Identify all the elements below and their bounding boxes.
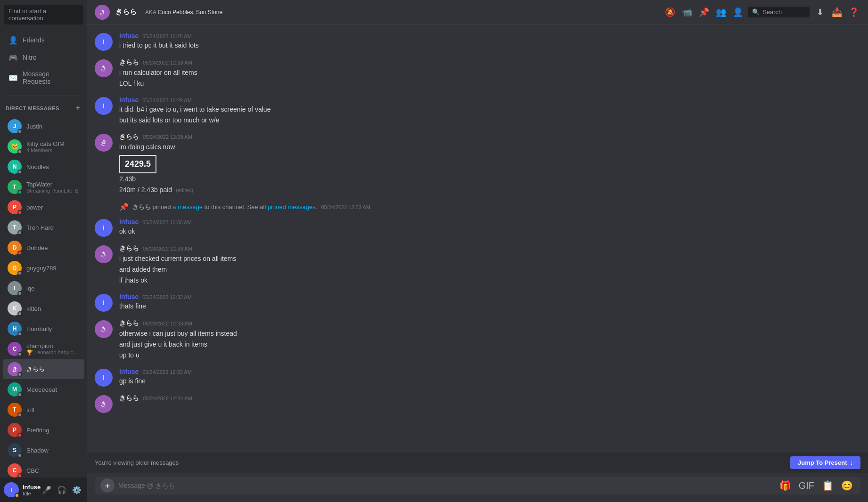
message-line: ok ok bbox=[119, 227, 860, 236]
pinned-message-link[interactable]: a message bbox=[172, 203, 203, 211]
sidebar-item-nitro[interactable]: 🎮Nitro bbox=[3, 49, 84, 66]
message-group-msg4: ききらら05/24/2022 12:29 AMim doing calcs no… bbox=[95, 133, 860, 195]
pinned-messages-link[interactable]: pinned messages bbox=[268, 203, 316, 211]
dm-avatar-power: P bbox=[8, 200, 22, 214]
message-content-msg9: Infuse05/24/2022 12:33 AMgp is fine bbox=[119, 368, 860, 387]
dm-status-humbully bbox=[17, 332, 22, 336]
message-group-msg8: ききらら05/24/2022 12:33 AMotherwise i can j… bbox=[95, 319, 860, 360]
dm-item-shadow[interactable]: S Shadow bbox=[3, 440, 84, 460]
dm-item-info-kitty: Kitty cats GIM 4 Members bbox=[26, 140, 81, 153]
dm-item-cbc[interactable]: C CBC bbox=[3, 461, 84, 478]
dm-item-name-tren: Tren Hard bbox=[26, 224, 81, 231]
dm-item-name-prefiring: Prefiring bbox=[26, 427, 81, 434]
gif-icon[interactable]: GIF bbox=[797, 478, 816, 493]
profile-icon[interactable]: 👤 bbox=[731, 6, 745, 19]
dm-item-info-tren: Tren Hard bbox=[26, 224, 81, 231]
gift-icon[interactable]: 🎁 bbox=[778, 478, 793, 493]
aka-label: AKA bbox=[145, 9, 156, 16]
dm-item-info-kitten: kitten bbox=[26, 305, 81, 312]
message-group-msg3: IInfuse05/24/2022 12:29 AMit did, b4 i g… bbox=[95, 96, 860, 125]
nitro-icon: 🎮 bbox=[8, 53, 18, 62]
message-header-msg2: きらら05/24/2022 12:28 AM bbox=[119, 58, 860, 67]
dm-item-sub-champion: 🏆 Leonardo baby can you co... bbox=[26, 349, 81, 356]
header-search[interactable]: 🔍 Search bbox=[748, 7, 810, 17]
inbox-icon[interactable]: 📥 bbox=[830, 6, 843, 19]
dm-item-sub-tapwater: Streaming RuneLite 🖥 bbox=[26, 188, 81, 194]
dm-item-champion[interactable]: C champion 🏆 Leonardo baby can you co... bbox=[3, 339, 84, 359]
message-timestamp-msg5: 05/24/2022 12:33 AM bbox=[142, 219, 192, 225]
dm-item-info-cbc: CBC bbox=[26, 467, 81, 474]
dm-item-name-champion: champion bbox=[26, 342, 81, 349]
emoji-icon[interactable]: 😊 bbox=[839, 478, 855, 493]
message-avatar-msg4: き bbox=[95, 134, 113, 152]
dm-item-info-champion: champion 🏆 Leonardo baby can you co... bbox=[26, 342, 81, 356]
message-group-msg6: ききらら05/24/2022 12:33 AMi just checked cu… bbox=[95, 244, 860, 285]
message-content-msg7: Infuse05/24/2022 12:33 AMthats fine bbox=[119, 293, 860, 312]
dm-item-tapwater[interactable]: T TapWater Streaming RuneLite 🖥 bbox=[3, 177, 84, 197]
dm-avatar-kitty: 🐱 bbox=[8, 139, 22, 154]
message-text-msg6: i just checked current prices on all ite… bbox=[119, 254, 860, 285]
dm-item-power[interactable]: P power bbox=[3, 197, 84, 217]
create-dm-button[interactable]: ＋ bbox=[74, 103, 82, 113]
dm-item-prefiring[interactable]: P Prefiring bbox=[3, 420, 84, 440]
dm-status-meee bbox=[17, 392, 22, 397]
dm-item-name-meee: Meeeeeeat bbox=[26, 386, 81, 393]
mute-button[interactable]: 🎤 bbox=[40, 485, 53, 495]
sticker-icon[interactable]: 📋 bbox=[820, 478, 835, 493]
dm-avatar-meee: M bbox=[8, 382, 22, 397]
dm-status-noodles bbox=[17, 170, 22, 174]
message-text-msg3: it did, b4 i gave to u, i went to take s… bbox=[119, 105, 860, 125]
mute-call-icon[interactable]: 🔕 bbox=[663, 6, 677, 19]
sidebar-search-area: Find or start a conversation bbox=[0, 0, 87, 29]
dm-item-iqe[interactable]: I iqe bbox=[3, 278, 84, 298]
dm-item-name-tapwater: TapWater bbox=[26, 181, 81, 188]
dm-item-dohdee[interactable]: D Dohdee bbox=[3, 238, 84, 258]
sidebar-item-message-requests[interactable]: ✉️Message Requests bbox=[3, 66, 84, 89]
dm-item-justin[interactable]: J Justin bbox=[3, 116, 84, 136]
dm-item-trill[interactable]: T trill bbox=[3, 400, 84, 420]
dm-item-tren[interactable]: T Tren Hard bbox=[3, 218, 84, 237]
viewing-older-text: You're viewing older messages bbox=[95, 459, 179, 466]
deafen-button[interactable]: 🎧 bbox=[55, 485, 68, 495]
pin-icon[interactable]: 📌 bbox=[697, 6, 711, 19]
dm-avatar-humbully: H bbox=[8, 322, 22, 336]
dm-item-kitten[interactable]: K kitten bbox=[3, 299, 84, 318]
help-icon[interactable]: ❓ bbox=[847, 6, 860, 19]
message-input[interactable] bbox=[118, 477, 774, 494]
dm-item-kitty[interactable]: 🐱 Kitty cats GIM 4 Members bbox=[3, 137, 84, 156]
dm-item-kirara[interactable]: き きらら bbox=[3, 359, 84, 379]
sidebar-nav: 👤Friends🎮Nitro✉️Message Requests bbox=[0, 29, 87, 91]
download-icon[interactable]: ⬇ bbox=[813, 6, 827, 19]
dm-avatar-trill: T bbox=[8, 403, 22, 417]
dm-item-name-humbully: Humbully bbox=[26, 325, 81, 332]
dm-status-tren bbox=[17, 230, 22, 235]
attach-button[interactable]: ＋ bbox=[100, 478, 115, 493]
sidebar-item-label-nitro: Nitro bbox=[23, 54, 37, 61]
dm-item-name-cbc: CBC bbox=[26, 467, 81, 474]
search-placeholder: Search bbox=[762, 8, 782, 16]
dm-item-guyguy[interactable]: G guyguy789 bbox=[3, 258, 84, 278]
jump-to-present-button[interactable]: Jump To Present ↓ bbox=[790, 456, 860, 469]
dm-item-meee[interactable]: M Meeeeeeat bbox=[3, 380, 84, 399]
dm-avatar-iqe: I bbox=[8, 281, 22, 295]
add-friend-icon[interactable]: 👥 bbox=[714, 6, 728, 19]
message-header-msg9: Infuse05/24/2022 12:33 AM bbox=[119, 368, 860, 375]
settings-button[interactable]: ⚙️ bbox=[70, 485, 83, 495]
dm-item-noodles[interactable]: N Noodles bbox=[3, 157, 84, 177]
user-panel: I Infuse Idle 🎤 🎧 ⚙️ bbox=[0, 478, 87, 502]
dm-item-humbully[interactable]: H Humbully bbox=[3, 319, 84, 339]
user-panel-name: Infuse bbox=[23, 484, 36, 491]
find-conversation-input[interactable]: Find or start a conversation bbox=[4, 5, 83, 24]
message-header-msg8: きらら05/24/2022 12:33 AM bbox=[119, 319, 860, 328]
dm-status-power bbox=[17, 210, 22, 215]
pin-notice-icon: 📌 bbox=[119, 202, 129, 211]
video-call-icon[interactable]: 📹 bbox=[680, 6, 694, 19]
user-status-dot bbox=[15, 493, 19, 498]
message-author-msg10: きらら bbox=[119, 394, 139, 403]
sidebar-item-friends[interactable]: 👤Friends bbox=[3, 32, 84, 49]
dm-item-info-iqe: iqe bbox=[26, 285, 81, 292]
message-timestamp-msg9: 05/24/2022 12:33 AM bbox=[142, 369, 192, 375]
dm-item-name-noodles: Noodles bbox=[26, 163, 81, 170]
message-header-msg5: Infuse05/24/2022 12:33 AM bbox=[119, 218, 860, 226]
message-line: LOL f ku bbox=[119, 79, 860, 89]
